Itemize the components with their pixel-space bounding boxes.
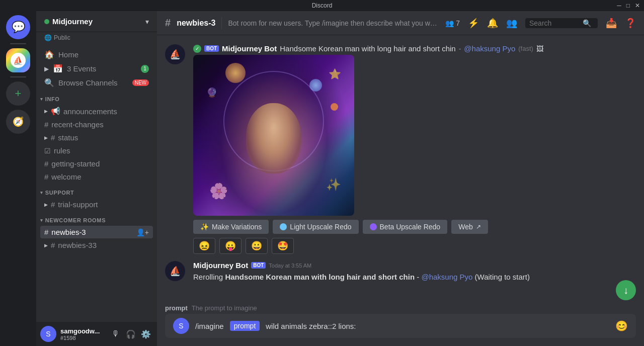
channel-item-rules[interactable]: ☑ rules bbox=[40, 144, 153, 157]
add-member-icon: 👤+ bbox=[136, 228, 149, 236]
members-panel-icon[interactable]: 👥 bbox=[506, 18, 517, 29]
messages-area: ⛵ ✓ BOT Midjourney Bot Handsome Korean m… bbox=[157, 35, 644, 304]
main-content: # newbies-3 Bot room for new users. Type… bbox=[157, 11, 644, 346]
channel-item-announcements[interactable]: ▶ 📢 announcements bbox=[40, 105, 153, 118]
message-desc: Handsome Korean man with long hair and s… bbox=[280, 44, 455, 53]
category-support-label: SUPPORT bbox=[45, 190, 74, 196]
hash-icon: # bbox=[51, 241, 55, 249]
emoji-btn-4[interactable]: 🤩 bbox=[272, 238, 294, 254]
help-icon[interactable]: ❓ bbox=[625, 18, 636, 29]
separator: - bbox=[459, 45, 461, 53]
chevron-down-icon: ▾ bbox=[145, 18, 149, 26]
light-circle-icon bbox=[280, 223, 287, 230]
channel-item-home[interactable]: 🏠 Home bbox=[40, 48, 153, 61]
server-icon-discord[interactable]: 💬 bbox=[6, 15, 30, 39]
events-icon: 📅 bbox=[53, 64, 63, 73]
web-btn[interactable]: Web ↗ bbox=[451, 220, 488, 234]
discord-app-title: Discord bbox=[312, 2, 333, 9]
server-icon-add[interactable]: + bbox=[6, 81, 30, 106]
emoji-btn-2[interactable]: 😛 bbox=[219, 238, 242, 254]
scroll-to-bottom[interactable]: ↓ bbox=[616, 280, 636, 300]
deafen-btn[interactable]: 🎧 bbox=[124, 327, 138, 341]
events-count-badge: 1 bbox=[141, 65, 149, 73]
emoji-btn-3[interactable]: 😀 bbox=[246, 238, 268, 254]
emoji-btn-1[interactable]: 😖 bbox=[193, 238, 215, 254]
server-list: 💬 ⛵ + 🧭 bbox=[0, 11, 36, 346]
hash-icon: # bbox=[51, 200, 55, 209]
prompt-hint-bar: prompt The prompt to imagine bbox=[157, 304, 644, 314]
message-group-reroll: ⛵ Midjourney Bot BOT Today at 3:55 AM Re… bbox=[157, 257, 644, 286]
beta-upscale-redo-btn[interactable]: Beta Upscale Redo bbox=[363, 220, 448, 234]
speed-badge: (fast) bbox=[518, 45, 533, 52]
server-online-indicator bbox=[44, 19, 49, 24]
channel-item-events[interactable]: ▶ 📅 3 Events 1 bbox=[40, 62, 153, 75]
emoji-picker-btn[interactable]: 😊 bbox=[615, 320, 628, 332]
message-content-image: ✓ BOT Midjourney Bot Handsome Korean man… bbox=[193, 44, 636, 254]
btn-label: Beta Upscale Redo bbox=[380, 223, 441, 231]
message-content-reroll: Midjourney Bot BOT Today at 3:55 AM Rero… bbox=[193, 261, 636, 282]
bot-badge-1: BOT bbox=[204, 45, 219, 52]
notification-icon[interactable]: 🔔 bbox=[487, 18, 498, 29]
channel-item-trial-support[interactable]: ▶ # trial-support bbox=[40, 198, 153, 211]
channel-item-browse[interactable]: 🔍 Browse Channels NEW bbox=[40, 76, 153, 90]
server-icon-midjourney[interactable]: ⛵ bbox=[6, 48, 30, 72]
btn-label: Make Variations bbox=[212, 223, 262, 231]
image-icon: 🖼 bbox=[536, 45, 543, 53]
mute-btn[interactable]: 🎙 bbox=[109, 327, 123, 341]
emoji-reactions: 😖 😛 😀 🤩 bbox=[193, 238, 636, 254]
close-btn[interactable]: ✕ bbox=[635, 2, 640, 9]
category-support[interactable]: ▾ SUPPORT bbox=[36, 184, 157, 198]
channel-item-getting-started[interactable]: # getting-started bbox=[40, 157, 153, 170]
midjourney-avatar-2: ⛵ bbox=[165, 261, 185, 281]
channel-name-home: Home bbox=[58, 50, 78, 59]
bolt-icon[interactable]: ⚡ bbox=[468, 18, 479, 29]
user-avatar: S bbox=[40, 326, 56, 342]
maximize-btn[interactable]: □ bbox=[626, 2, 630, 9]
server-divider bbox=[10, 43, 26, 44]
search-input[interactable] bbox=[529, 19, 580, 27]
home-icon: 🏠 bbox=[44, 50, 54, 59]
channel-item-newbies-33[interactable]: ▶ # newbies-33 bbox=[40, 239, 153, 251]
server-icon-discover[interactable]: 🧭 bbox=[6, 110, 30, 134]
server-name: Midjourney bbox=[52, 17, 93, 26]
search-icon: 🔍 bbox=[583, 19, 591, 27]
bot-badge-2: BOT bbox=[251, 262, 266, 269]
channel-name: getting-started bbox=[51, 159, 100, 168]
btn-label: Light Upscale Redo bbox=[290, 223, 351, 231]
btn-label: Web bbox=[458, 223, 473, 231]
expand-icon: ▶ bbox=[44, 135, 48, 140]
browse-icon: 🔍 bbox=[44, 78, 54, 88]
channel-item-newbies-3[interactable]: # newbies-3 👤+ bbox=[40, 226, 153, 238]
channel-name-active: newbies-3 bbox=[51, 228, 86, 236]
discord-logo-icon: 💬 bbox=[12, 21, 25, 34]
verified-check-icon: ✓ bbox=[193, 45, 201, 53]
message-input[interactable] bbox=[266, 322, 609, 330]
category-info[interactable]: ▾ INFO bbox=[36, 90, 157, 104]
channel-item-recent-changes[interactable]: # recent-changes bbox=[40, 118, 153, 131]
prompt-label: prompt bbox=[165, 304, 188, 312]
server-header[interactable]: Midjourney ▾ bbox=[36, 11, 157, 32]
light-upscale-redo-btn[interactable]: Light Upscale Redo bbox=[273, 220, 358, 234]
collapse-icon: ▾ bbox=[40, 190, 43, 195]
members-icon: 👥 bbox=[445, 19, 454, 27]
channel-item-welcome[interactable]: # welcome bbox=[40, 170, 153, 183]
generated-image: 🌸 ✨ ⭐ 🔮 bbox=[193, 55, 354, 216]
category-newcomer[interactable]: ▾ NEWCOMER ROOMS bbox=[36, 211, 157, 225]
channel-scroll: 🏠 Home ▶ 📅 3 Events 1 🔍 Browse Channels … bbox=[36, 45, 157, 322]
minimize-btn[interactable]: ─ bbox=[617, 2, 621, 9]
channel-name: newbies-33 bbox=[58, 241, 97, 249]
channel-description: Bot room for new users. Type /imagine th… bbox=[228, 19, 439, 27]
mention-link[interactable]: @haksung Pyo bbox=[464, 44, 515, 53]
new-badge: NEW bbox=[132, 79, 149, 86]
inbox-icon[interactable]: 📥 bbox=[606, 18, 617, 29]
message-time-reroll: Today at 3:55 AM bbox=[269, 263, 311, 269]
make-variations-btn[interactable]: ✨ Make Variations bbox=[193, 220, 269, 234]
user-avatar-input: S bbox=[173, 318, 189, 334]
user-info: samgoodw... #1598 bbox=[60, 327, 105, 341]
user-area: S samgoodw... #1598 🎙 🎧 ⚙️ bbox=[36, 322, 157, 346]
channel-item-status[interactable]: ▶ # status bbox=[40, 131, 153, 144]
midjourney-logo: ⛵ bbox=[11, 53, 26, 68]
mention-reroll[interactable]: @haksung Pyo bbox=[421, 273, 472, 281]
channel-name-browse: Browse Channels bbox=[58, 78, 118, 87]
settings-btn[interactable]: ⚙️ bbox=[139, 327, 153, 341]
